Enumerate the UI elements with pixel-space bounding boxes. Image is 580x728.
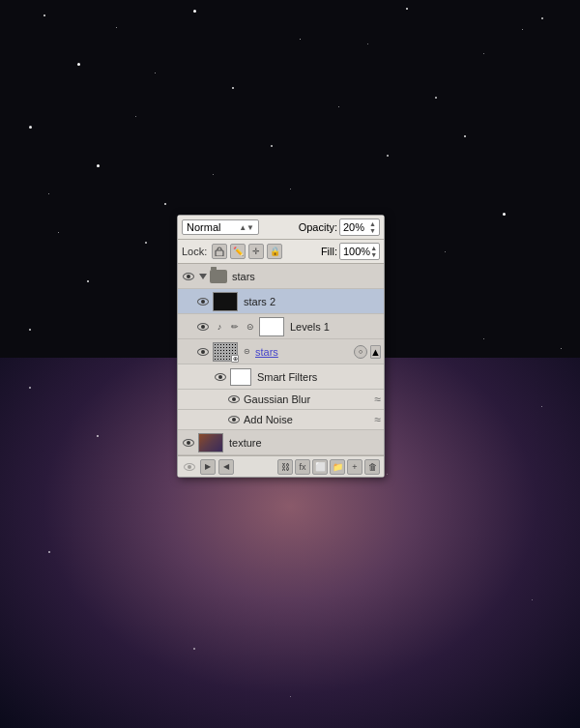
- opacity-group: Opacity: 20% ▲▼: [299, 218, 380, 236]
- opacity-value: 20%: [343, 221, 364, 233]
- adj-icon-brush: ✏: [228, 320, 242, 334]
- layer-name-texture: texture: [229, 437, 381, 449]
- layers-list: stars stars 2 ♪ ✏ ⊝ Levels 1: [178, 264, 384, 455]
- visibility-icon-bottom: [182, 459, 197, 475]
- layer-name-levels1: Levels 1: [290, 321, 381, 333]
- filter-name-gaussian: Gaussian Blur: [244, 393, 372, 405]
- filter-options-gaussian[interactable]: ≈: [374, 393, 381, 406]
- panel-topbar: Normal ▲▼ Opacity: 20% ▲▼: [178, 216, 384, 240]
- prev-icon[interactable]: ◀: [218, 459, 234, 475]
- filter-options-noise[interactable]: ≈: [374, 413, 381, 426]
- lock-all-button[interactable]: 🔒: [267, 244, 282, 259]
- mask-thumbnail-levels1: [259, 317, 284, 336]
- opacity-arrows: ▲▼: [369, 220, 376, 234]
- link-icon-stars-smart: ⊝: [240, 345, 253, 359]
- fill-input[interactable]: 100% ▲▼: [339, 243, 380, 260]
- group-name-stars: stars: [232, 271, 381, 282]
- layer-group-stars[interactable]: stars: [178, 264, 384, 289]
- lock-image-button[interactable]: ✏️: [230, 244, 246, 259]
- fill-arrows: ▲▼: [370, 245, 377, 258]
- opacity-input[interactable]: 20% ▲▼: [339, 218, 380, 236]
- smart-filters-label: Smart Filters: [257, 371, 381, 383]
- fill-label: Fill:: [321, 246, 337, 257]
- smart-filters-row[interactable]: Smart Filters: [178, 364, 384, 390]
- blend-mode-select[interactable]: Normal ▲▼: [182, 219, 259, 235]
- blend-mode-value: Normal: [187, 221, 220, 233]
- visibility-toggle-levels1[interactable]: [195, 319, 211, 335]
- folder-icon-stars: [210, 270, 227, 283]
- thumbnail-texture: [198, 433, 223, 452]
- new-group-button[interactable]: 📁: [330, 459, 345, 475]
- layer-stars-smart[interactable]: ⊕ ⊝ stars ○ ▲: [178, 339, 384, 364]
- visibility-toggle-gaussian[interactable]: [226, 392, 242, 407]
- scroll-up-button[interactable]: ▲: [370, 345, 381, 359]
- visibility-toggle-noise[interactable]: [226, 412, 242, 427]
- smart-filter-mask: [230, 368, 251, 386]
- filter-gaussian-blur[interactable]: Gaussian Blur ≈: [178, 390, 384, 410]
- add-mask-button[interactable]: ⬜: [312, 459, 328, 475]
- panel-bottom-toolbar: ▶ ◀ ⛓ fx ⬜ 📁 + 🗑: [178, 455, 384, 477]
- adj-icon-link: ⊝: [244, 320, 257, 334]
- filter-name-noise: Add Noise: [244, 414, 372, 425]
- blend-mode-arrows: ▲▼: [239, 223, 254, 232]
- layer-name-stars2: stars 2: [244, 296, 381, 307]
- fill-group: Fill: 100% ▲▼: [321, 243, 380, 260]
- opacity-label: Opacity:: [299, 221, 337, 233]
- visibility-toggle-stars-smart[interactable]: [195, 344, 211, 360]
- visibility-toggle-smart-filters[interactable]: [213, 369, 228, 385]
- thumbnail-stars2: [213, 292, 238, 311]
- visibility-toggle-stars2[interactable]: [195, 294, 211, 309]
- smart-object-icon-right: ○: [354, 345, 367, 359]
- bottom-action-icons: ⛓ fx ⬜ 📁 + 🗑: [277, 459, 380, 475]
- add-style-button[interactable]: fx: [295, 459, 310, 475]
- adjustment-icons-levels: ♪ ✏ ⊝: [213, 320, 257, 334]
- layer-levels1[interactable]: ♪ ✏ ⊝ Levels 1: [178, 314, 384, 339]
- layers-panel: Normal ▲▼ Opacity: 20% ▲▼ Lock: ✏️ ✛ 🔒 F…: [177, 215, 385, 478]
- filter-add-noise[interactable]: Add Noise ≈: [178, 410, 384, 430]
- delete-layer-button[interactable]: 🗑: [364, 459, 380, 475]
- svg-rect-0: [216, 250, 223, 256]
- link-layers-button[interactable]: ⛓: [277, 459, 293, 475]
- layer-texture[interactable]: texture: [178, 430, 384, 455]
- group-expand-toggle-stars[interactable]: [198, 272, 208, 281]
- play-icon[interactable]: ▶: [200, 459, 216, 475]
- layer-stars2[interactable]: stars 2: [178, 289, 384, 314]
- lock-pixels-button[interactable]: [212, 244, 227, 259]
- fill-value: 100%: [343, 246, 370, 257]
- lock-position-button[interactable]: ✛: [248, 244, 264, 259]
- lock-label: Lock:: [182, 246, 207, 257]
- layer-name-stars-smart: stars: [255, 346, 352, 358]
- smart-object-badge: ⊕: [231, 355, 239, 363]
- new-layer-button[interactable]: +: [347, 459, 362, 475]
- visibility-toggle-stars[interactable]: [181, 269, 196, 284]
- visibility-toggle-texture[interactable]: [181, 435, 196, 451]
- adj-icon-music: ♪: [213, 320, 226, 334]
- panel-lockbar: Lock: ✏️ ✛ 🔒 Fill: 100% ▲▼: [178, 240, 384, 264]
